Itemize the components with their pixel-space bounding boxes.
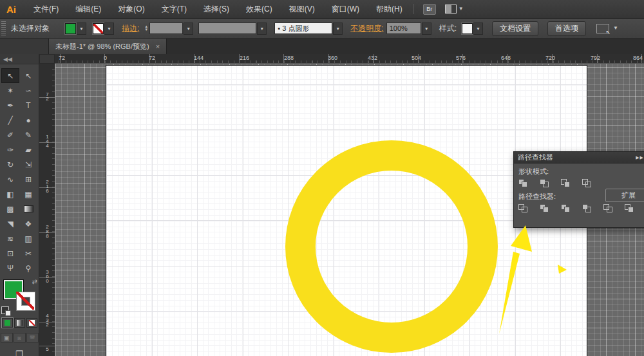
hand-icon: Ψ: [7, 264, 14, 273]
expand-button[interactable]: 扩展: [605, 189, 644, 202]
blob-brush-tool[interactable]: ✑: [1, 142, 19, 157]
h-ruler-label: 0: [104, 55, 107, 61]
pencil-tool[interactable]: ✎: [19, 127, 37, 142]
trim-icon[interactable]: [540, 204, 551, 213]
mesh-icon: ▩: [6, 205, 14, 214]
draw-normal-button[interactable]: ▣: [1, 333, 13, 342]
preferences-button[interactable]: 首选项: [547, 21, 586, 36]
style-dropdown[interactable]: ▼: [473, 23, 483, 35]
style-swatch[interactable]: [462, 23, 473, 34]
scale-tool[interactable]: ⇲: [19, 157, 37, 172]
workspace-switcher-button[interactable]: ▼: [445, 5, 464, 14]
hand-tool[interactable]: Ψ: [1, 261, 19, 276]
menu-item-object[interactable]: 对象(O): [109, 0, 153, 18]
menu-item-type[interactable]: 文字(T): [153, 0, 195, 18]
bridge-button[interactable]: Br: [423, 4, 436, 15]
menu-item-select[interactable]: 选择(S): [195, 0, 238, 18]
variable-width-select[interactable]: [198, 23, 256, 34]
draw-behind-button[interactable]: ◙: [14, 333, 26, 342]
gradient-mode-button[interactable]: [14, 318, 25, 328]
screen-mode-icon[interactable]: ❐: [15, 349, 24, 356]
intersect-icon[interactable]: [561, 179, 573, 188]
line-segment-tool[interactable]: ╱: [1, 113, 19, 127]
close-tab-icon[interactable]: ×: [156, 42, 160, 50]
slice-tool[interactable]: ✂: [19, 246, 37, 261]
stroke-weight-dropdown[interactable]: ▼: [184, 23, 193, 35]
horizontal-ruler[interactable]: 72072144216288360432504576648720792864: [55, 54, 644, 64]
tab-bar-spacer: [0, 39, 49, 54]
panel-flyout-icon[interactable]: ▶▶: [636, 155, 644, 160]
v-ruler-label: 5: [45, 347, 50, 351]
mesh-tool[interactable]: ▩: [1, 201, 19, 216]
document-setup-button[interactable]: 文档设置: [492, 21, 538, 36]
blend-tool[interactable]: ❖: [19, 216, 37, 231]
document-tab[interactable]: 未标题-1* @ 98% (RGB/预览) ×: [49, 39, 167, 54]
none-mode-button[interactable]: [26, 318, 37, 328]
symbol-sprayer-tool[interactable]: ≋: [1, 231, 19, 246]
crop-icon[interactable]: [582, 204, 594, 213]
gradient-tool[interactable]: [19, 201, 37, 216]
exclude-icon[interactable]: [582, 179, 594, 188]
swap-fill-stroke-icon[interactable]: ⇄: [32, 278, 37, 285]
panel-grip[interactable]: [1, 21, 6, 35]
color-mode-button[interactable]: [2, 318, 13, 328]
selection-tool[interactable]: ↖: [1, 68, 19, 83]
width-tool[interactable]: ∿: [1, 172, 19, 187]
lasso-tool[interactable]: ∽: [19, 83, 37, 98]
yellow-ring-shape[interactable]: [285, 140, 498, 353]
menu-item-edit[interactable]: 编辑(E): [67, 0, 109, 18]
ruler-origin-corner[interactable]: [39, 54, 55, 64]
collapse-panel-icon[interactable]: ◀◀: [0, 54, 39, 64]
magic-wand-tool[interactable]: ✶: [1, 83, 19, 98]
brush-dropdown[interactable]: ▼: [333, 23, 343, 35]
fill-color-swatch[interactable]: [65, 23, 76, 34]
paintbrush-tool[interactable]: ✐: [1, 127, 19, 142]
selection-icon: ↖: [7, 71, 14, 80]
pen-tool[interactable]: ✒: [1, 98, 19, 113]
control-panel-menu-icon[interactable]: ↖: [596, 24, 609, 33]
zoom-tool[interactable]: ⚲: [19, 261, 37, 276]
minus-back-icon[interactable]: [625, 204, 636, 213]
draw-inside-button[interactable]: ◚: [26, 333, 39, 342]
stroke-color-indicator[interactable]: [16, 292, 35, 311]
ellipse-tool[interactable]: ●: [19, 113, 37, 127]
menu-item-file[interactable]: 文件(F): [25, 0, 67, 18]
menu-item-window[interactable]: 窗口(W): [323, 0, 368, 18]
rotate-tool[interactable]: ↻: [1, 157, 19, 172]
stepper-down-icon[interactable]: ▼: [144, 28, 148, 32]
opacity-dropdown[interactable]: ▼: [422, 23, 431, 35]
opacity-input[interactable]: 100%: [386, 23, 421, 34]
menu-item-effect[interactable]: 效果(C): [238, 0, 281, 18]
shape-builder-tool[interactable]: ◧: [1, 187, 19, 201]
merge-icon[interactable]: [561, 204, 573, 213]
menu-item-view[interactable]: 视图(V): [281, 0, 323, 18]
divide-icon[interactable]: [518, 204, 530, 213]
default-fill-stroke-icon[interactable]: [1, 306, 9, 314]
menu-item-help[interactable]: 帮助(H): [368, 0, 411, 18]
eraser-tool[interactable]: ▰: [19, 142, 37, 157]
chevron-down-icon[interactable]: ▼: [613, 26, 618, 31]
stroke-color-dropdown[interactable]: ▼: [104, 23, 114, 35]
pathfinder-panel-header[interactable]: 路径查找器 ▶▶: [514, 152, 644, 164]
stroke-weight-stepper[interactable]: ▲ ▼: [144, 25, 148, 32]
free-transform-tool[interactable]: ⊞: [19, 172, 37, 187]
stroke-weight-input[interactable]: [149, 23, 183, 34]
brush-select[interactable]: • 3 点圆形: [274, 23, 332, 34]
h-ruler-label: 576: [456, 55, 466, 61]
vertical-ruler[interactable]: 721442162883604325: [39, 64, 55, 356]
fill-color-dropdown[interactable]: ▼: [77, 23, 86, 35]
direct-selection-tool[interactable]: ↖: [19, 68, 37, 83]
eyedropper-tool[interactable]: ◥: [1, 216, 19, 231]
opacity-panel-link[interactable]: 不透明度:: [350, 23, 383, 34]
type-tool[interactable]: T: [19, 98, 37, 113]
outline-icon[interactable]: [603, 204, 615, 213]
stroke-color-swatch[interactable]: [93, 23, 104, 34]
variable-width-dropdown[interactable]: ▼: [257, 23, 267, 35]
app-logo-icon[interactable]: Ai: [6, 4, 16, 15]
artboard-tool[interactable]: ⊡: [1, 246, 19, 261]
minus-front-icon[interactable]: [540, 179, 551, 188]
unite-icon[interactable]: [518, 179, 530, 188]
column-graph-tool[interactable]: ▥: [19, 231, 37, 246]
perspective-grid-tool[interactable]: ▦: [19, 187, 37, 201]
stroke-panel-link[interactable]: 描边:: [122, 23, 139, 34]
